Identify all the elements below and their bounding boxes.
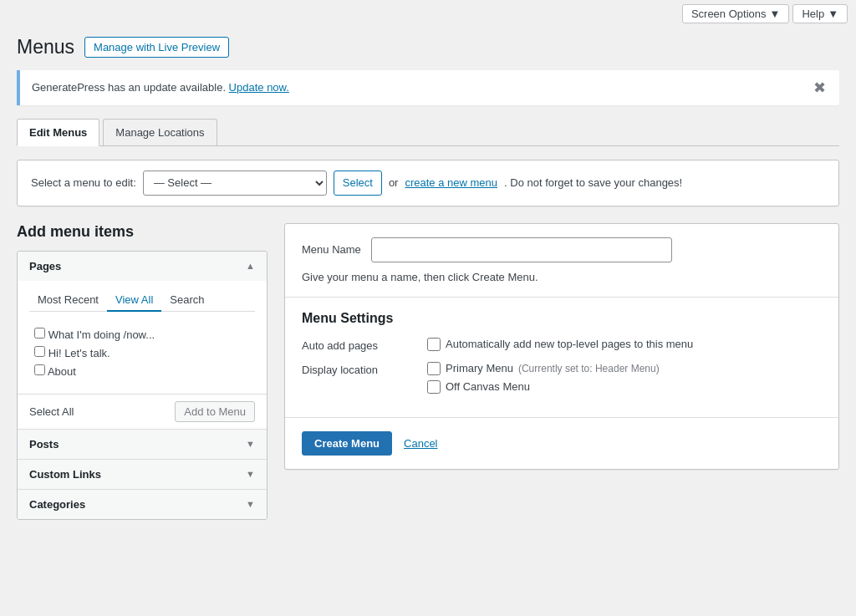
help-label: Help <box>802 8 824 20</box>
chevron-down-icon: ▼ <box>246 469 255 479</box>
menu-settings-title: Menu Settings <box>302 311 822 326</box>
menu-name-input[interactable] <box>371 237 672 262</box>
display-location-row: Display location Primary Menu (Currently… <box>302 362 822 394</box>
page-content: Menus Manage with Live Preview GenerateP… <box>0 27 856 537</box>
auto-add-content: Automatically add new top-level pages to… <box>427 338 693 351</box>
display-location-label: Display location <box>302 362 410 376</box>
select-menu-bar: Select a menu to edit: — Select — Select… <box>17 160 839 206</box>
top-bar: Screen Options ▼ Help ▼ <box>0 0 856 27</box>
search-tab[interactable]: Search <box>161 289 212 311</box>
posts-section: Posts ▼ <box>18 430 267 460</box>
page-item-label: About <box>48 365 76 378</box>
display-location-content: Primary Menu (Currently set to: Header M… <box>427 362 660 394</box>
menu-name-section: Menu Name Give your menu a name, then cl… <box>285 224 838 298</box>
page-header: Menus Manage with Live Preview <box>17 35 839 60</box>
chevron-down-icon: ▼ <box>246 439 255 449</box>
pages-accordion-footer: Select All Add to Menu <box>18 394 267 429</box>
notice-update-link[interactable]: Update now. <box>229 81 289 94</box>
page-item-label: Hi! Let's talk. <box>48 347 110 359</box>
screen-options-button[interactable]: Screen Options ▼ <box>682 4 789 23</box>
auto-add-row: Auto add pages Automatically add new top… <box>302 338 822 352</box>
add-menu-items-title: Add menu items <box>17 223 268 241</box>
auto-add-checkbox[interactable] <box>427 338 441 351</box>
chevron-down-icon: ▼ <box>770 8 781 20</box>
off-canvas-checkbox-row[interactable]: Off Canvas Menu <box>427 380 660 394</box>
update-notice: GeneratePress has an update available. U… <box>17 70 839 105</box>
pages-accordion-header[interactable]: Pages ▲ <box>18 252 267 281</box>
custom-links-accordion-header[interactable]: Custom Links ▼ <box>18 460 267 489</box>
view-all-tab[interactable]: View All <box>107 289 161 312</box>
pages-accordion-content: Most Recent View All Search What I'm doi… <box>18 281 267 394</box>
posts-section-title: Posts <box>29 438 59 451</box>
categories-accordion-header[interactable]: Categories ▼ <box>18 490 267 519</box>
action-row: Create Menu Cancel <box>285 418 838 469</box>
chevron-down-icon: ▼ <box>246 499 255 509</box>
menu-hint-text: Give your menu a name, then click Create… <box>302 262 822 283</box>
create-new-menu-link[interactable]: create a new menu <box>405 176 497 189</box>
custom-links-section-title: Custom Links <box>29 468 101 481</box>
pages-section: Pages ▲ Most Recent View All Search W <box>18 252 267 430</box>
left-panel: Add menu items Pages ▲ Most Recent View … <box>17 223 268 520</box>
menu-name-row: Menu Name <box>302 237 822 262</box>
page-item-label: What I'm doing /now... <box>48 328 155 341</box>
primary-menu-label: Primary Menu <box>446 362 513 374</box>
custom-links-section: Custom Links ▼ <box>18 460 267 490</box>
notice-text: GeneratePress has an update available. U… <box>32 81 289 94</box>
tab-edit-menus[interactable]: Edit Menus <box>17 119 99 146</box>
auto-add-checkbox-row[interactable]: Automatically add new top-level pages to… <box>427 338 693 351</box>
auto-add-label: Auto add pages <box>302 338 410 352</box>
tabs-row: Edit Menus Manage Locations <box>17 119 839 146</box>
page-checkbox-3[interactable] <box>34 364 45 375</box>
list-item: Hi! Let's talk. <box>29 344 255 362</box>
off-canvas-label: Off Canvas Menu <box>446 380 530 393</box>
list-item: About <box>29 362 255 380</box>
pages-list: What I'm doing /now... Hi! Let's talk. A… <box>29 320 255 385</box>
live-preview-button[interactable]: Manage with Live Preview <box>84 37 229 58</box>
posts-accordion-header[interactable]: Posts ▼ <box>18 430 267 459</box>
list-item: What I'm doing /now... <box>29 325 255 344</box>
right-panel: Menu Name Give your menu a name, then cl… <box>284 223 839 470</box>
pages-section-title: Pages <box>29 260 61 272</box>
notice-message: GeneratePress has an update available. <box>32 81 229 94</box>
primary-menu-note: (Currently set to: Header Menu) <box>518 363 660 374</box>
cancel-button[interactable]: Cancel <box>404 437 437 450</box>
select-menu-button[interactable]: Select <box>334 171 382 196</box>
main-layout: Add menu items Pages ▲ Most Recent View … <box>17 223 839 520</box>
most-recent-tab[interactable]: Most Recent <box>29 289 107 311</box>
page-title: Menus <box>17 35 74 60</box>
help-button[interactable]: Help ▼ <box>792 4 848 23</box>
notice-close-button[interactable]: ✖ <box>812 79 828 97</box>
create-menu-button[interactable]: Create Menu <box>302 431 392 456</box>
select-menu-label: Select a menu to edit: <box>31 176 136 189</box>
menu-name-label: Menu Name <box>302 243 361 256</box>
chevron-up-icon: ▲ <box>246 261 255 271</box>
save-reminder-text: . Do not forget to save your changes! <box>504 176 682 189</box>
auto-add-text: Automatically add new top-level pages to… <box>446 338 693 350</box>
off-canvas-checkbox[interactable] <box>427 380 441 394</box>
pages-sub-tabs: Most Recent View All Search <box>29 289 255 312</box>
select-all-link[interactable]: Select All <box>29 405 74 418</box>
categories-section-title: Categories <box>29 498 85 511</box>
menu-items-accordion: Pages ▲ Most Recent View All Search W <box>17 251 268 520</box>
primary-menu-checkbox-row[interactable]: Primary Menu (Currently set to: Header M… <box>427 362 660 375</box>
page-checkbox-2[interactable] <box>34 346 45 357</box>
chevron-down-icon: ▼ <box>828 8 838 20</box>
tab-manage-locations[interactable]: Manage Locations <box>103 119 217 145</box>
menu-settings-section: Menu Settings Auto add pages Automatical… <box>285 298 838 418</box>
primary-menu-checkbox[interactable] <box>427 362 441 375</box>
screen-options-label: Screen Options <box>691 8 767 20</box>
page-checkbox-1[interactable] <box>34 328 45 339</box>
add-to-menu-button[interactable]: Add to Menu <box>175 401 255 422</box>
or-text: or <box>389 176 399 189</box>
categories-section: Categories ▼ <box>18 490 267 519</box>
menu-select-dropdown[interactable]: — Select — <box>143 171 327 196</box>
